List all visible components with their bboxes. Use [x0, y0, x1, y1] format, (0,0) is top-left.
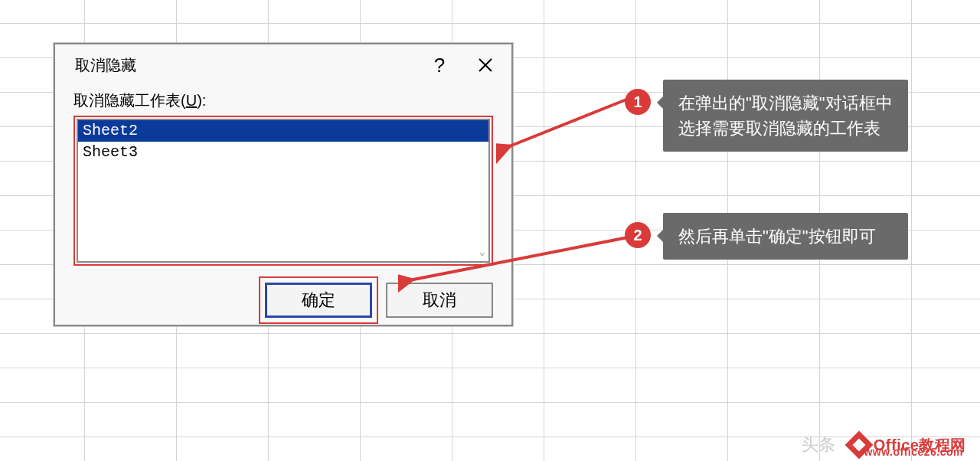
list-item[interactable]: Sheet3 — [78, 142, 488, 163]
watermark-faded: 头条 — [802, 433, 835, 456]
listbox-highlight: Sheet2 Sheet3 ⌄ — [74, 116, 493, 266]
label-accelerator: U — [186, 92, 197, 109]
watermark-url: www.office26.com — [864, 446, 963, 458]
dialog-body: 取消隐藏工作表(U): Sheet2 Sheet3 ⌄ — [55, 86, 511, 266]
close-icon — [478, 57, 493, 73]
label-suffix: ): — [197, 92, 206, 109]
sheet-listbox[interactable]: Sheet2 Sheet3 ⌄ — [77, 119, 490, 263]
callout-text: 然后再单击"确定"按钮即可 — [678, 227, 876, 246]
dialog-titlebar: 取消隐藏 ? — [55, 44, 511, 86]
callout-step-1: 1 在弹出的"取消隐藏"对话框中选择需要取消隐藏的工作表 — [663, 80, 908, 152]
callout-text: 在弹出的"取消隐藏"对话框中选择需要取消隐藏的工作表 — [678, 93, 893, 138]
callout-step-2: 2 然后再单击"确定"按钮即可 — [663, 213, 908, 260]
watermark: 头条 Office教程网 www.office26.com — [802, 433, 966, 456]
scroll-chevron-icon: ⌄ — [479, 245, 485, 258]
step-badge-2: 2 — [625, 222, 651, 248]
dialog-title: 取消隐藏 — [75, 55, 416, 76]
listbox-label: 取消隐藏工作表(U): — [74, 90, 493, 111]
unhide-dialog: 取消隐藏 ? 取消隐藏工作表(U): Sheet2 Sheet3 ⌄ 确定 取消 — [54, 43, 513, 326]
dialog-button-row: 确定 取消 — [55, 266, 511, 318]
step-badge-1: 1 — [625, 89, 651, 115]
list-item[interactable]: Sheet2 — [78, 120, 488, 142]
help-button[interactable]: ? — [416, 49, 462, 81]
cancel-button[interactable]: 取消 — [386, 283, 493, 318]
label-prefix: 取消隐藏工作表( — [74, 92, 186, 109]
close-button[interactable] — [462, 49, 508, 81]
ok-button[interactable]: 确定 — [265, 283, 372, 318]
